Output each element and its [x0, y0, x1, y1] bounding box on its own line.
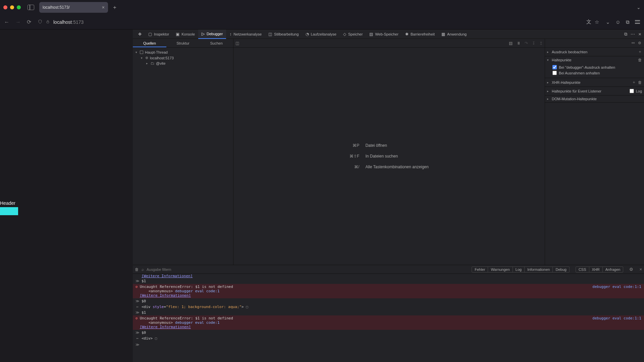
sources-tab-struktur[interactable]: Struktur [166, 39, 200, 47]
console-prompt[interactable] [133, 341, 644, 348]
browser-tab[interactable]: localhost:5173/ × [39, 2, 108, 13]
acc-event: ▸Haltepunkte für Event Listener Log [545, 87, 644, 96]
star-icon[interactable]: ☆ [595, 19, 599, 25]
devtools-dock-icon[interactable]: ⧉ [624, 32, 627, 37]
devtools: ✥ ▢Inspektor ▣Konsole ▷Debugger ↕Netzwer… [133, 29, 644, 362]
sources-panel: Quellen Struktur Suchen ▾Haupt-Thread ▾⊕… [133, 39, 233, 265]
reload-icon[interactable]: ⟳ [27, 19, 31, 25]
extensions-icon[interactable]: ⧉ [626, 19, 630, 25]
devtools-more-icon[interactable]: ⋯ [631, 32, 635, 37]
console-error-row: ⊘ Uncaught ReferenceError: $1 is not def… [133, 315, 644, 330]
error-source-link[interactable]: debugger eval code:1:1 [592, 316, 641, 320]
pill-log[interactable]: Log [513, 266, 525, 273]
more-info-link[interactable]: [Weitere Informationen] [133, 274, 644, 278]
tab-stil[interactable]: ◫Stilbearbeitung [265, 29, 302, 39]
console-input-row: $1 [133, 278, 644, 284]
pause-icon[interactable]: ⏸ [517, 41, 521, 46]
tab-konsole[interactable]: ▣Konsole [172, 29, 198, 39]
window-minimize[interactable] [10, 5, 14, 9]
pill-informationen[interactable]: Informationen [525, 266, 553, 273]
clear-console-icon[interactable]: 🗑 [135, 267, 139, 272]
devtools-toolbar: ✥ ▢Inspektor ▣Konsole ▷Debugger ↕Netzwer… [133, 29, 644, 39]
add-watch-icon[interactable]: ＋ [638, 49, 642, 55]
sidebar-toggle-icon[interactable] [28, 5, 34, 10]
console-close-icon[interactable]: × [639, 267, 642, 272]
tab-inspektor[interactable]: ▢Inspektor [145, 29, 172, 39]
acc-dom: ▸DOM-Mutation-Haltepunkte [545, 96, 644, 103]
pill-debug[interactable]: Debug [553, 266, 569, 273]
tree-host[interactable]: ▾⊕localhost:5173 [134, 55, 232, 61]
url-bar[interactable]: localhost:5173 文 ☆ [36, 17, 601, 27]
url-text: localhost:5173 [53, 19, 84, 25]
tab-picker[interactable]: ✥ [135, 29, 145, 39]
console-output: [Weitere Informationen] $1 ⊘ Uncaught Re… [133, 274, 644, 362]
pill-fehler[interactable]: Fehler [472, 266, 488, 273]
pill-warnungen[interactable]: Warnungen [488, 266, 513, 273]
devtools-close-icon[interactable]: × [638, 31, 641, 37]
pill-anfragen[interactable]: Anfragen [603, 266, 624, 273]
remove-all-bp-icon[interactable]: 🗑 [638, 58, 642, 62]
window-titlebar: localhost:5173/ × ＋ ⌄ [0, 0, 644, 15]
acc-breakpoints: ▾Haltepunkte 🗑 Bei "debugger"-Ausdruck a… [545, 56, 644, 78]
editor-placeholder-shortcuts: ⌘PDatei öffnen ⌘⇧FIn Dateien suchen ⌘/Al… [350, 143, 429, 169]
sources-tab-quellen[interactable]: Quellen [133, 39, 166, 47]
sources-tab-suchen[interactable]: Suchen [200, 39, 233, 47]
page-header-text: Header [0, 200, 15, 206]
nav-forward-icon: → [15, 19, 21, 25]
page-aqua-box [0, 207, 18, 215]
sources-tree: ▾Haupt-Thread ▾⊕localhost:5173 ▸🗀@vite [133, 48, 233, 68]
tab-close-icon[interactable]: × [102, 5, 105, 10]
acc-xhr: ▸XHR-Haltepunkte ＋ 🗑 [545, 78, 644, 87]
console-filter-input[interactable] [147, 267, 197, 272]
shield-icon[interactable] [38, 19, 42, 25]
error-source-link[interactable]: debugger eval code:1:1 [592, 285, 641, 289]
console-error-row: ⊘ Uncaught ReferenceError: $1 is not def… [133, 284, 644, 298]
step-over-icon[interactable]: ↷ [525, 41, 528, 46]
tabs-dropdown-icon[interactable]: ⌄ [637, 5, 641, 10]
lock-icon[interactable] [46, 19, 50, 25]
tab-netzwerk[interactable]: ↕Netzwerkanalyse [226, 29, 265, 39]
remove-xhr-icon[interactable]: 🗑 [638, 80, 642, 85]
window-close[interactable] [3, 5, 7, 9]
hamburger-menu-icon[interactable] [635, 20, 640, 24]
editor-collapse-icon[interactable]: ▤ [509, 41, 513, 46]
tree-main-thread[interactable]: ▾Haupt-Thread [134, 50, 232, 55]
settings-gear-icon[interactable]: ⚙ [638, 41, 641, 45]
add-xhr-icon[interactable]: ＋ [632, 79, 636, 85]
console-level-pills: Fehler Warnungen Log Informationen Debug [472, 266, 570, 273]
traffic-lights [3, 5, 21, 9]
editor-panel: ◫ ▤ ⏸ ↷ ↧ ↥ ⌘PDatei öffnen ⌘⇧FIn Dateien… [233, 39, 545, 265]
new-tab-button[interactable]: ＋ [112, 4, 117, 11]
tab-title: localhost:5173/ [43, 5, 99, 10]
tab-anwendung[interactable]: ▦Anwendung [438, 29, 470, 39]
chk-exceptions[interactable]: Bei Ausnahmen anhalten [552, 70, 642, 76]
address-bar-row: ← → ⟳ localhost:5173 文 ☆ ⌄ ☺ ⧉ [0, 15, 644, 29]
console-output-row: <div style="flex: 1; background-color: a… [133, 304, 644, 310]
chk-debugger-stmt[interactable]: Bei "debugger"-Ausdruck anhalten [552, 64, 642, 70]
translate-icon[interactable]: 文 [586, 19, 591, 25]
pocket-icon[interactable]: ⌄ [606, 19, 610, 25]
console-settings-icon[interactable]: ⚙ [629, 267, 633, 272]
tab-barrierefreiheit[interactable]: ✱Barrierefreiheit [402, 29, 438, 39]
tab-webspeicher[interactable]: ▤Web-Speicher [366, 29, 402, 39]
tab-debugger[interactable]: ▷Debugger [198, 29, 226, 39]
debugger-sidebar: ⚯ ⚙ ▸Ausdruck beobachten ＋ ▾Haltepunkte … [545, 39, 644, 265]
pretty-print-icon[interactable]: ⚯ [632, 41, 635, 45]
chk-event-log[interactable]: Log [630, 88, 642, 94]
svg-rect-0 [47, 21, 49, 23]
nav-back-icon[interactable]: ← [4, 19, 9, 25]
editor-layout-icon[interactable]: ◫ [235, 41, 239, 46]
console-drawer: 🗑 ⌕ Fehler Warnungen Log Informationen D… [133, 265, 644, 362]
page-viewport: Header [0, 29, 133, 362]
tab-laufzeit[interactable]: ◔Laufzeitanalyse [302, 29, 340, 39]
acc-watch: ▸Ausdruck beobachten ＋ [545, 48, 644, 56]
tab-speicher[interactable]: ◇Speicher [340, 29, 366, 39]
account-icon[interactable]: ☺ [615, 19, 621, 25]
pill-xhr[interactable]: XHR [589, 266, 603, 273]
step-in-icon[interactable]: ↧ [532, 41, 535, 46]
pill-css[interactable]: CSS [576, 266, 589, 273]
window-zoom[interactable] [17, 5, 21, 9]
tree-vite[interactable]: ▸🗀@vite [134, 61, 232, 66]
step-out-icon[interactable]: ↥ [539, 41, 543, 46]
